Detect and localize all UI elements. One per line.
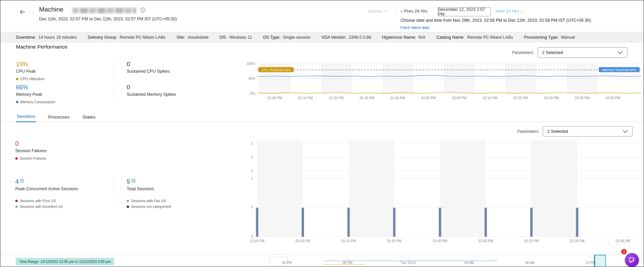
svg-text:50%: 50% bbox=[248, 77, 255, 81]
legend-dot bbox=[15, 200, 18, 202]
back-button[interactable] bbox=[17, 7, 28, 17]
info-item-vda-version: VDA Version:2308.0.0.88 bbox=[321, 35, 371, 40]
total-sessions-stat: 5 Total Sessions Sessions with Fair UX S… bbox=[127, 178, 171, 209]
report-date-range: Dec 11th, 2023, 02:57 PM to Dec 12th, 20… bbox=[39, 17, 177, 21]
svg-text:08 AM: 08 AM bbox=[525, 261, 535, 265]
info-item-hypervisor: Hypervisor Name:N/A bbox=[382, 35, 426, 40]
info-icon bbox=[131, 179, 136, 183]
datetime-picker[interactable]: December 12, 2023 2:57 PM bbox=[438, 7, 491, 16]
session-failures-value: 0 bbox=[15, 140, 47, 147]
svg-text:02:15 PM: 02:15 PM bbox=[524, 239, 539, 243]
performance-chart[interactable]: 0%50%100%01:00 PM01:10 PM01:20 PM01:30 P… bbox=[238, 61, 642, 101]
svg-text:02:40 PM: 02:40 PM bbox=[575, 96, 590, 100]
prev-24hrs-button[interactable]: ‹ Prev 24 Hrs bbox=[400, 8, 427, 14]
performance-parameters: Parameters: 2 Selected bbox=[512, 47, 627, 58]
legend-dot bbox=[16, 78, 18, 80]
svg-text:02:00 PM: 02:00 PM bbox=[452, 96, 467, 100]
tab-bar: Sessions Processes States bbox=[16, 114, 96, 122]
timeline-navigator: 04 PM08 PMTue 12/1204 AM08 AM12 PM Time … bbox=[0, 254, 644, 267]
sessions-parameters-select[interactable]: 2 Selected bbox=[543, 126, 632, 137]
svg-text:01:50 PM: 01:50 PM bbox=[421, 96, 436, 100]
tab-processes[interactable]: Processes bbox=[48, 114, 70, 122]
info-item-downtime: Downtime:14 hours 18 minutes bbox=[16, 35, 77, 40]
actions-button[interactable]: Actions bbox=[368, 8, 388, 14]
fetch-latest-data-link[interactable]: Fetch latest data bbox=[400, 25, 429, 30]
sustained-memory-stat: 0 Sustained Memory Spikes bbox=[127, 84, 176, 97]
svg-text:01:15 PM: 01:15 PM bbox=[341, 239, 356, 243]
peak-concurrent-value: 4 bbox=[15, 178, 19, 185]
sustained-cpu-stat: 0 Sustained CPU Spikes bbox=[127, 61, 169, 74]
tab-bar-rule bbox=[0, 122, 644, 122]
machine-details-page: Machine Dec 11th, 2023, 02:57 PM to Dec … bbox=[0, 0, 644, 267]
timeline-navigator-chart[interactable]: 04 PM08 PMTue 12/1204 AM08 AM12 PM bbox=[267, 255, 644, 267]
help-feedback-button[interactable] bbox=[625, 253, 639, 267]
sustained-cpu-value: 0 bbox=[127, 61, 169, 68]
svg-text:0%: 0% bbox=[250, 92, 255, 95]
svg-text:01:10 PM: 01:10 PM bbox=[298, 96, 313, 100]
svg-text:Memory Threshold 80%: Memory Threshold 80% bbox=[602, 68, 637, 72]
svg-text:0: 0 bbox=[251, 155, 253, 159]
stat-divider bbox=[113, 180, 114, 193]
svg-text:01:40 PM: 01:40 PM bbox=[391, 96, 405, 100]
peak-concurrent-info-icon[interactable] bbox=[20, 179, 24, 183]
cpu-peak-stat: 19% CPU Peak CPU Utilization bbox=[16, 61, 44, 81]
svg-text:02:20 PM: 02:20 PM bbox=[514, 96, 528, 100]
svg-text:01:00 PM: 01:00 PM bbox=[296, 239, 310, 243]
info-item-site: Site:cloudxdsite bbox=[177, 35, 209, 40]
svg-text:08 PM: 08 PM bbox=[343, 261, 353, 265]
parameters-label: Parameters: bbox=[517, 129, 539, 134]
svg-text:02:10 PM: 02:10 PM bbox=[483, 96, 497, 100]
info-item-os-type: OS Type:Single-session bbox=[263, 35, 310, 40]
actions-label: Actions bbox=[368, 8, 382, 14]
legend-memory-consumption: Memory Consumption bbox=[16, 100, 55, 104]
legend-not-categorized: Sessions not categorized bbox=[127, 204, 171, 209]
svg-text:1: 1 bbox=[251, 205, 253, 209]
timeline-selection[interactable] bbox=[594, 255, 605, 267]
svg-text:01:00 PM: 01:00 PM bbox=[268, 96, 282, 100]
prev-24hrs-label: Prev 24 Hrs bbox=[404, 8, 428, 14]
legend-cpu-utilization: CPU Utilization bbox=[16, 77, 44, 81]
machine-info-icon[interactable] bbox=[140, 7, 145, 14]
svg-text:04 AM: 04 AM bbox=[464, 261, 474, 265]
legend-dot bbox=[15, 206, 18, 208]
svg-text:01:20 PM: 01:20 PM bbox=[329, 96, 344, 100]
machine-info-bar: Downtime:14 hours 18 minutes Delivery Gr… bbox=[0, 32, 644, 42]
svg-text:01:30 PM: 01:30 PM bbox=[387, 239, 401, 243]
chevron-down-icon bbox=[618, 51, 623, 54]
header-divider bbox=[396, 7, 397, 16]
legend-dot bbox=[15, 157, 18, 160]
chevron-down-icon bbox=[384, 10, 388, 12]
sessions-chart[interactable]: 10-121012:45 PM01:00 PM01:15 PM01:30 PM0… bbox=[238, 138, 642, 244]
notification-badge: 3 bbox=[621, 248, 627, 255]
stat-divider bbox=[113, 85, 114, 100]
legend-poor-ux: Sessions with Poor UX bbox=[15, 199, 78, 203]
info-item-os: OS:Windows 11 bbox=[219, 35, 252, 40]
svg-text:01:45 PM: 01:45 PM bbox=[433, 239, 447, 243]
svg-text:02:45 PM: 02:45 PM bbox=[615, 239, 630, 243]
total-sessions-value: 5 bbox=[127, 178, 130, 185]
peak-concurrent-sessions-stat: 4 Peak Concurrent Active Sessions Sessio… bbox=[15, 178, 78, 209]
machine-performance-title: Machine Performance bbox=[16, 44, 68, 50]
svg-text:01:30 PM: 01:30 PM bbox=[360, 96, 374, 100]
info-icon bbox=[140, 7, 145, 13]
tab-states[interactable]: States bbox=[82, 114, 96, 122]
session-failures-label: Session Failures bbox=[15, 148, 47, 153]
cpu-peak-value: 19% bbox=[16, 61, 44, 68]
legend-session-failures: Session Failures bbox=[15, 156, 47, 160]
performance-parameters-select[interactable]: 2 Selected bbox=[538, 47, 627, 58]
arrow-left-icon bbox=[19, 8, 26, 16]
info-item-catalog: Catalog Name:Remote PC-Miami LABs bbox=[436, 35, 513, 40]
total-sessions-info-icon[interactable] bbox=[131, 179, 136, 183]
svg-text:02:30 PM: 02:30 PM bbox=[570, 239, 585, 243]
header: Machine Dec 11th, 2023, 02:57 PM to Dec … bbox=[0, 0, 644, 32]
memory-peak-value: 66% bbox=[16, 84, 55, 91]
tab-sessions[interactable]: Sessions bbox=[16, 114, 36, 122]
svg-text:1: 1 bbox=[251, 142, 253, 145]
legend-excellent-ux: Sessions with Excellent UX bbox=[15, 204, 78, 209]
svg-text:-1: -1 bbox=[250, 169, 253, 173]
next-24hrs-button[interactable]: Next 24 Hrs › bbox=[496, 8, 522, 14]
svg-text:12:45 PM: 12:45 PM bbox=[250, 239, 265, 243]
sustained-memory-label: Sustained Memory Spikes bbox=[127, 92, 176, 97]
datetime-value: December 12, 2023 2:57 PM bbox=[438, 7, 490, 17]
legend-dot bbox=[16, 101, 18, 103]
